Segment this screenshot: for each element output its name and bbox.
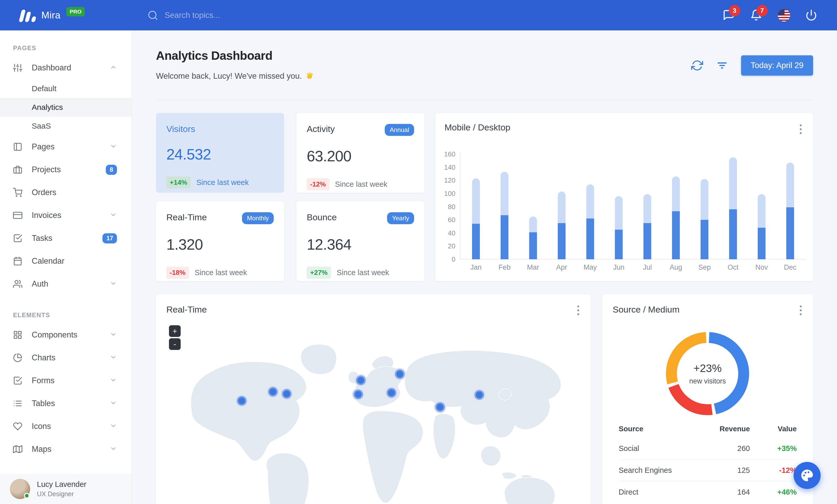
map-marker-5[interactable] — [394, 368, 406, 380]
sidebar-subitem-default[interactable]: Default — [0, 79, 131, 98]
sidebar-item-components[interactable]: Components — [0, 323, 131, 346]
sidebar-item-icons[interactable]: Icons — [0, 415, 131, 438]
sidebar-item-tasks[interactable]: Tasks17 — [0, 227, 131, 250]
sidebar-item-charts[interactable]: Charts — [0, 346, 131, 369]
brand[interactable]: Mira PRO — [0, 8, 132, 22]
stat-value: 12.364 — [307, 236, 414, 253]
bar-desktop-sep — [700, 179, 708, 224]
map-marker-8[interactable] — [434, 401, 446, 413]
source-menu-button[interactable] — [798, 304, 803, 317]
stat-value: 63.200 — [307, 147, 414, 165]
map-marker-1[interactable] — [235, 395, 248, 407]
stat-card-visitors[interactable]: Visitors 24.532 +14% Since last week — [156, 113, 284, 193]
grid-icon — [13, 330, 22, 339]
bar-desktop-nov — [758, 194, 766, 231]
stat-title: Visitors — [166, 124, 195, 134]
map-zoom-in-button[interactable]: + — [169, 325, 181, 337]
bar-desktop-oct — [729, 157, 737, 213]
refresh-button[interactable] — [691, 59, 703, 72]
stat-caption: Since last week — [196, 178, 249, 187]
realtime-map-card: Real-Time + - — [156, 294, 591, 504]
map-marker-3[interactable] — [281, 388, 293, 400]
svg-text:Jan: Jan — [470, 263, 482, 271]
chevron-down-icon — [110, 211, 117, 219]
waving-hand-icon — [305, 72, 314, 80]
map-marker-6[interactable] — [352, 388, 364, 400]
svg-text:140: 140 — [444, 163, 456, 171]
delta-chip: -12% — [307, 178, 330, 190]
notifications-button[interactable]: 7 — [750, 9, 763, 22]
cart-icon — [13, 188, 22, 197]
sidebar-item-orders[interactable]: Orders — [0, 181, 131, 204]
bar-mobile-jun — [615, 230, 623, 259]
sidebar-item-invoices[interactable]: Invoices — [0, 204, 131, 227]
bar-desktop-jun — [615, 196, 623, 234]
svg-text:20: 20 — [448, 242, 456, 250]
svg-text:Jun: Jun — [613, 263, 625, 271]
svg-text:80: 80 — [448, 203, 456, 211]
stat-card-activity[interactable]: Activity Annual 63.200 -12% Since last w… — [296, 113, 425, 193]
briefcase-icon — [13, 165, 22, 174]
svg-text:40: 40 — [448, 229, 456, 237]
theme-settings-fab[interactable] — [794, 462, 821, 489]
sidebar-item-dashboard[interactable]: Dashboard — [0, 56, 131, 79]
sidebar-item-maps[interactable]: Maps — [0, 438, 131, 461]
sidebar-subitem-saas[interactable]: SaaS — [0, 117, 131, 135]
stat-title: Activity — [307, 124, 335, 134]
sidebar-item-auth[interactable]: Auth — [0, 273, 131, 295]
sidebar-item-calendar[interactable]: Calendar — [0, 250, 131, 273]
delta-chip: +27% — [307, 266, 331, 279]
delta-chip: -18% — [166, 266, 189, 279]
stat-card-realtime[interactable]: Real-Time Monthly 1.320 -18% Since last … — [156, 201, 284, 281]
date-range-button[interactable]: Today: April 29 — [741, 55, 813, 76]
svg-text:Feb: Feb — [499, 263, 511, 271]
language-flag-us[interactable] — [778, 9, 790, 22]
chevron-down-icon — [110, 143, 117, 151]
bar-mobile-oct — [729, 209, 737, 259]
map-marker-2[interactable] — [267, 386, 279, 398]
world-map[interactable] — [156, 294, 591, 504]
map-marker-9[interactable] — [473, 389, 485, 401]
sign-out-button[interactable] — [805, 9, 818, 22]
search-icon — [147, 10, 158, 21]
mobile-desktop-card: Mobile / Desktop 020406080100120140160Ja… — [435, 113, 813, 281]
svg-text:120: 120 — [444, 176, 456, 184]
svg-text:May: May — [584, 263, 597, 271]
heart-icon — [13, 422, 22, 431]
map-marker-4[interactable] — [355, 374, 367, 387]
bar-desktop-feb — [501, 172, 509, 219]
chevron-down-icon — [110, 422, 117, 430]
list-icon — [13, 399, 22, 408]
sidebar-user[interactable]: Lucy Lavender UX Designer — [0, 474, 131, 504]
mobile-desktop-bar-chart: 020406080100120140160JanFebMarAprMayJunJ… — [435, 113, 813, 281]
map-zoom-out-button[interactable]: - — [169, 338, 181, 350]
period-badge: Yearly — [387, 212, 414, 224]
stat-card-bounce[interactable]: Bounce Yearly 12.364 +27% Since last wee… — [296, 201, 425, 281]
sidebar-item-forms[interactable]: Forms — [0, 369, 131, 392]
svg-text:Mar: Mar — [527, 263, 539, 271]
period-badge: Annual — [385, 124, 414, 136]
sidebar-nav: PAGESDashboardDefaultAnalyticsSaaSPagesP… — [0, 31, 131, 489]
filter-button[interactable] — [716, 59, 728, 72]
sidebar-item-pages[interactable]: Pages — [0, 135, 131, 158]
bar-mobile-apr — [558, 223, 566, 259]
sidebar-section-pages: PAGES — [0, 40, 131, 56]
svg-text:Jul: Jul — [643, 263, 652, 271]
svg-text:60: 60 — [448, 216, 456, 224]
source-name: Social — [619, 444, 698, 453]
sidebar-item-tables[interactable]: Tables — [0, 392, 131, 415]
top-navbar: Mira PRO 3 7 — [0, 0, 837, 31]
sidebar-subitem-analytics[interactable]: Analytics — [0, 98, 131, 117]
map-marker-7[interactable] — [385, 387, 398, 399]
calendar-icon — [13, 257, 22, 266]
bar-desktop-jan — [472, 179, 480, 228]
source-name: Search Engines — [619, 466, 698, 475]
messages-button[interactable]: 3 — [723, 9, 735, 22]
search-input[interactable] — [164, 11, 321, 20]
sidebar-item-projects[interactable]: Projects8 — [0, 158, 131, 181]
stat-caption: Since last week — [335, 180, 388, 189]
source-row-direct: Direct164+46% — [619, 481, 797, 503]
stat-title: Real-Time — [166, 212, 207, 222]
bar-mobile-jan — [472, 224, 480, 259]
power-icon — [805, 9, 817, 21]
